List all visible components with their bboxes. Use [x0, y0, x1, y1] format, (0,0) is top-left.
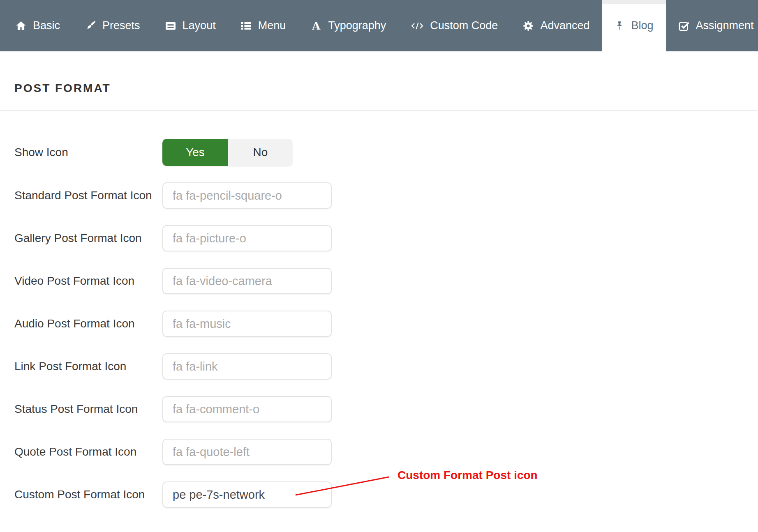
field-label: Video Post Format Icon [14, 274, 162, 288]
settings-tab-bar: Basic Presets Layout Menu A Typography C… [0, 0, 758, 51]
tab-typography[interactable]: A Typography [298, 0, 398, 51]
field-label: Custom Post Format Icon [14, 488, 162, 501]
standard-post-format-row: Standard Post Format Icon [14, 182, 758, 209]
tab-advanced[interactable]: Advanced [510, 0, 602, 51]
link-post-format-row: Link Post Format Icon [14, 353, 758, 380]
layout-icon [165, 20, 176, 32]
field-label: Show Icon [14, 146, 162, 159]
page-title: POST FORMAT [14, 82, 758, 95]
home-icon [15, 20, 27, 32]
audio-post-format-input[interactable] [162, 311, 332, 337]
tab-layout[interactable]: Layout [153, 0, 228, 51]
quote-post-format-input[interactable] [162, 439, 332, 465]
status-post-format-row: Status Post Format Icon [14, 396, 758, 422]
tab-assignment[interactable]: Assignment [666, 0, 758, 51]
svg-text:A: A [312, 20, 321, 32]
paintbrush-icon [85, 20, 96, 32]
tab-label: Layout [183, 19, 216, 32]
field-label: Link Post Format Icon [14, 360, 162, 373]
field-label: Status Post Format Icon [14, 403, 162, 416]
field-label: Standard Post Format Icon [14, 189, 162, 202]
tab-label: Blog [631, 19, 653, 32]
pushpin-icon [614, 20, 625, 32]
audio-post-format-row: Audio Post Format Icon [14, 311, 758, 337]
toggle-no-button[interactable]: No [228, 139, 293, 166]
tab-custom-code[interactable]: Custom Code [398, 0, 510, 51]
status-post-format-input[interactable] [162, 396, 332, 422]
annotation-label: Custom Format Post icon [397, 469, 538, 482]
custom-post-format-row: Custom Post Format Icon [14, 481, 758, 508]
typography-icon: A [310, 20, 322, 32]
check-square-icon [678, 20, 690, 32]
code-icon [411, 20, 424, 32]
video-post-format-input[interactable] [162, 268, 332, 294]
tab-label: Menu [258, 19, 286, 32]
post-format-settings: Show Icon Yes No Standard Post Format Ic… [0, 111, 758, 508]
field-label: Audio Post Format Icon [14, 317, 162, 330]
gear-icon [522, 20, 534, 32]
tab-label: Assignment [696, 19, 754, 32]
field-label: Gallery Post Format Icon [14, 232, 162, 245]
tab-label: Advanced [540, 19, 589, 32]
toggle-yes-button[interactable]: Yes [162, 139, 228, 166]
show-icon-toggle: Yes No [162, 139, 293, 166]
quote-post-format-row: Quote Post Format Icon [14, 439, 758, 465]
show-icon-row: Show Icon Yes No [14, 139, 758, 166]
field-label: Quote Post Format Icon [14, 445, 162, 458]
menu-list-icon [240, 20, 252, 32]
link-post-format-input[interactable] [162, 353, 332, 380]
custom-post-format-input[interactable] [162, 481, 332, 508]
video-post-format-row: Video Post Format Icon [14, 268, 758, 294]
section-header: POST FORMAT [0, 51, 758, 111]
tab-menu[interactable]: Menu [228, 0, 298, 51]
tab-label: Typography [328, 19, 386, 32]
tab-label: Custom Code [430, 19, 498, 32]
standard-post-format-input[interactable] [162, 182, 332, 209]
gallery-post-format-input[interactable] [162, 225, 332, 251]
tab-basic[interactable]: Basic [3, 0, 72, 51]
tab-label: Basic [33, 19, 60, 32]
gallery-post-format-row: Gallery Post Format Icon [14, 225, 758, 251]
tab-presets[interactable]: Presets [72, 0, 153, 51]
tab-label: Presets [102, 19, 140, 32]
tab-blog[interactable]: Blog [602, 0, 666, 51]
